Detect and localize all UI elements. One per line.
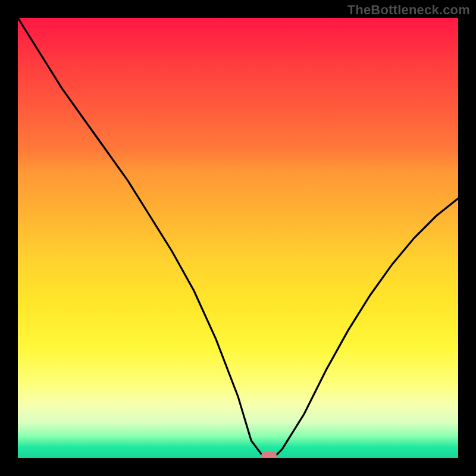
curve-svg (18, 18, 458, 458)
plot-area (18, 18, 458, 458)
watermark-text: TheBottleneck.com (347, 2, 470, 18)
bottleneck-curve-path (18, 18, 458, 458)
chart-frame: TheBottleneck.com (0, 0, 476, 476)
minimum-marker (261, 452, 277, 458)
